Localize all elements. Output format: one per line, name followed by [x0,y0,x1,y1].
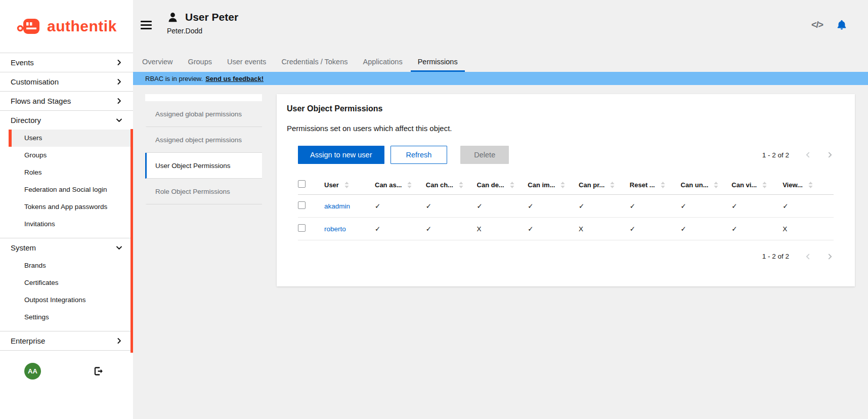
code-icon: </> [811,20,823,30]
chevron-left-icon [804,151,811,158]
pagination-top: 1 - 2 of 2 [762,151,845,159]
column-header-can-un[interactable]: Can un... [681,174,732,195]
sidebar-item-label: Directory [11,116,41,124]
topbar-icons: </> [811,19,847,30]
subnav-item-role-object-permissions[interactable]: Role Object Permissions [145,179,262,204]
pagination-bottom-wrap: 1 - 2 of 2 [287,253,845,260]
column-header-can-im[interactable]: Can im... [528,174,579,195]
user-link[interactable]: akadmin [324,202,350,210]
column-header-view[interactable]: View... [783,174,834,195]
tab-user-events[interactable]: User events [220,53,273,72]
sidebar-item-federation-and-social-login[interactable]: Federation and Social login [0,181,133,198]
sidebar-item-directory[interactable]: Directory [0,111,133,130]
row-checkbox[interactable] [298,224,306,232]
permission-mark: ✓ [579,195,630,218]
sidebar-item-settings[interactable]: Settings [0,309,133,326]
sidebar-subitems: BrandsCertificatesOutpost IntegrationsSe… [0,257,133,331]
tab-credentials-tokens[interactable]: Credentials / Tokens [274,53,355,72]
permission-mark: X [783,218,834,240]
assign-to-new-user-button[interactable]: Assign to new user [298,146,384,164]
sign-out-button[interactable] [93,366,104,376]
page-title: User Peter [185,11,238,23]
delete-button[interactable]: Delete [460,146,509,164]
sidebar-section-customisation: Customisation [0,72,133,92]
sidebar-scrollbar[interactable] [131,129,133,353]
pagination-prev-button[interactable] [804,253,811,260]
sidebar-section-system: SystemBrandsCertificatesOutpost Integrat… [0,238,133,331]
tab-groups[interactable]: Groups [181,53,219,72]
sidebar-item-label: Flows and Stages [11,97,71,105]
menu-icon[interactable] [141,21,152,29]
sidebar-item-outpost-integrations[interactable]: Outpost Integrations [0,291,133,309]
sidebar-item-label: Enterprise [11,337,45,345]
sidebar-item-invitations[interactable]: Invitations [0,216,133,233]
column-header-user[interactable]: User [324,174,375,195]
avatar[interactable]: AA [24,363,41,380]
sort-icon [560,182,565,188]
tab-permissions[interactable]: Permissions [411,53,465,72]
sidebar-item-groups[interactable]: Groups [0,147,133,164]
permission-mark: ✓ [681,218,732,240]
sidebar-item-tokens-and-app-passwords[interactable]: Tokens and App passwords [0,198,133,216]
chevron-right-icon [827,151,834,158]
feedback-link[interactable]: Send us feedback! [205,75,264,82]
subnav-item-assigned-object-permissions[interactable]: Assigned object permissions [145,127,262,153]
page-title-block: User Peter Peter.Dodd [167,11,238,35]
permission-mark: ✓ [630,195,681,218]
pagination-label: 1 - 2 of 2 [762,253,789,260]
sidebar-item-system[interactable]: System [0,238,133,257]
sidebar-nav: EventsCustomisationFlows and StagesDirec… [0,53,133,351]
user-link[interactable]: roberto [324,225,346,233]
table-row: roberto✓✓X✓X✓✓✓X [298,218,834,240]
tab-applications[interactable]: Applications [356,53,409,72]
subnav-item-assigned-global-permissions[interactable]: Assigned global permissions [145,101,262,127]
sidebar-section-flows-and-stages: Flows and Stages [0,92,133,111]
column-header-reset[interactable]: Reset ... [630,174,681,195]
sidebar-item-customisation[interactable]: Customisation [0,72,133,91]
subnav-item-user-object-permissions[interactable]: User Object Permissions [145,153,262,179]
sidebar-item-roles[interactable]: Roles [0,164,133,181]
panel-title: User Object Permissions [287,104,845,113]
sort-icon [661,182,665,188]
sidebar-footer: AA [0,355,133,387]
sidebar-item-enterprise[interactable]: Enterprise [0,331,133,350]
page-subtitle: Peter.Dodd [167,27,238,35]
sidebar-item-label: System [11,243,36,252]
sidebar-item-brands[interactable]: Brands [0,257,133,274]
sidebar-item-flows-and-stages[interactable]: Flows and Stages [0,92,133,110]
sidebar-item-users[interactable]: Users [9,130,133,147]
tabbar: OverviewGroupsUser eventsCredentials / T… [133,53,868,72]
sidebar-item-events[interactable]: Events [0,53,133,72]
permission-mark: X [477,218,528,240]
permission-mark: ✓ [375,195,426,218]
column-header-can-de[interactable]: Can de... [477,174,528,195]
permission-subnav: Assigned global permissionsAssigned obje… [145,94,262,204]
row-checkbox[interactable] [298,201,306,209]
column-label: Can pr... [579,181,604,189]
column-header-can-ch[interactable]: Can ch... [426,174,477,195]
sidebar-item-certificates[interactable]: Certificates [0,274,133,291]
pagination-next-button[interactable] [827,253,834,260]
chevron-down-icon [116,244,122,251]
tab-overview[interactable]: Overview [135,53,180,72]
sidebar: authentik EventsCustomisationFlows and S… [0,0,133,419]
pagination-prev-button[interactable] [804,151,811,158]
column-header-can-vi[interactable]: Can vi... [731,174,783,195]
column-label: User [324,181,339,189]
column-label: Can un... [681,181,709,189]
column-header-can-as[interactable]: Can as... [375,174,426,195]
authentik-logo[interactable]: authentik [0,0,133,53]
user-object-permissions-panel: User Object Permissions Permissions set … [277,94,855,286]
notifications-button[interactable] [836,19,847,30]
panel-description: Permissions set on users which affect th… [287,124,845,133]
permission-mark: ✓ [528,218,579,240]
refresh-button[interactable]: Refresh [390,146,448,164]
chevron-right-icon [116,78,122,85]
column-header-can-pr[interactable]: Can pr... [579,174,630,195]
sort-icon [762,182,767,188]
api-drawer-button[interactable]: </> [811,20,823,30]
pagination-next-button[interactable] [827,151,834,158]
chevron-right-icon [116,98,122,104]
permission-mark: ✓ [630,218,681,240]
select-all-checkbox[interactable] [298,180,306,188]
